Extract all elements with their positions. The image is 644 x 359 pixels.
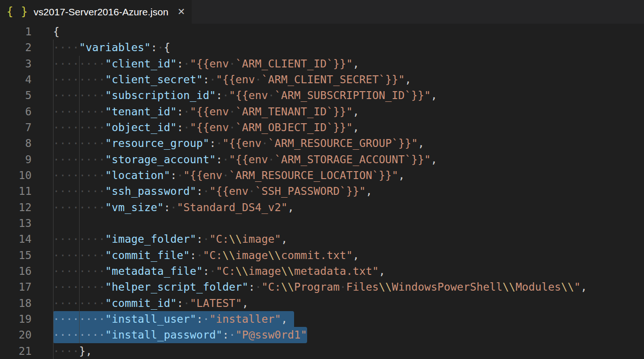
tab-close-icon[interactable]: ✕ xyxy=(177,0,185,24)
line-number[interactable]: 15 xyxy=(0,247,32,263)
tab-title: vs2017-Server2016-Azure.json xyxy=(34,0,172,24)
line-number[interactable]: 1 xyxy=(0,24,32,40)
line-number[interactable]: 13 xyxy=(0,215,32,231)
token: \\ xyxy=(229,233,242,245)
token: `ARM_OBJECT_ID`}}" xyxy=(235,121,353,133)
editor-tab[interactable]: { } vs2017-Server2016-Azure.json ✕ xyxy=(0,0,192,24)
code-line: 5········"subscription_id":·"{{env·`ARM_… xyxy=(0,87,644,103)
code-text: ········"image_folder":·"C:\\image", xyxy=(32,231,288,247)
code-text: ········"helper_script_folder":·"C:\\Pro… xyxy=(32,279,587,295)
whitespace-dots: · xyxy=(183,121,190,133)
token: `SSH_PASSWORD`}}" xyxy=(255,185,366,197)
line-number[interactable]: 3 xyxy=(0,56,32,72)
whitespace-dots: · xyxy=(177,169,183,181)
token: : xyxy=(190,249,196,261)
token: , xyxy=(398,169,405,181)
code-line: 19········"install_user":·"installer", xyxy=(0,311,644,327)
token: \\ xyxy=(379,281,392,293)
token: : xyxy=(151,41,157,53)
line-number[interactable]: 4 xyxy=(0,72,32,87)
code-text: ········"ssh_password":·"{{env·`SSH_PASS… xyxy=(32,183,372,199)
line-number[interactable]: 12 xyxy=(0,199,32,215)
line-number[interactable]: 14 xyxy=(0,231,32,247)
line-number[interactable]: 20 xyxy=(0,327,32,343)
code-text: { xyxy=(32,24,60,40)
token: "resource_group" xyxy=(105,137,209,149)
code-line: 9········"storage_account":·"{{env·`ARM_… xyxy=(0,152,644,167)
token: , xyxy=(581,281,587,293)
token: "{{env xyxy=(229,89,268,101)
token: "C: xyxy=(216,265,235,277)
token: : xyxy=(203,73,209,86)
token: "C: xyxy=(203,249,222,261)
token: , xyxy=(281,313,288,325)
line-number[interactable]: 7 xyxy=(0,120,32,135)
code-line: 13 xyxy=(0,215,644,231)
code-text: ········"object_id":·"{{env·`ARM_OBJECT_… xyxy=(32,120,359,135)
code-editor[interactable]: 1{2····"variables":·{3········"client_id… xyxy=(0,24,644,359)
line-number[interactable]: 18 xyxy=(0,295,32,311)
line-number[interactable]: 11 xyxy=(0,183,32,199)
line-number[interactable]: 6 xyxy=(0,104,32,120)
token: : xyxy=(196,313,203,325)
token: , xyxy=(353,58,359,70)
token: \\ xyxy=(235,265,248,277)
code-line: 10········"location":·"{{env·`ARM_RESOUR… xyxy=(0,167,644,183)
whitespace-dots: ········ xyxy=(53,58,105,70)
whitespace-dots: · xyxy=(203,185,209,197)
token: `ARM_TENANT_ID`}}" xyxy=(235,106,353,118)
code-line: 8········"resource_group":·"{{env·`ARM_R… xyxy=(0,135,644,151)
line-number[interactable]: 17 xyxy=(0,279,32,295)
token: , xyxy=(431,89,437,101)
code-text: ····"variables":·{ xyxy=(32,40,170,55)
code-line: 6········"tenant_id":·"{{env·`ARM_TENANT… xyxy=(0,104,644,120)
token: \\ xyxy=(281,265,294,277)
whitespace-dots: ········ xyxy=(53,265,105,277)
token: : xyxy=(196,185,203,197)
whitespace-dots: ········ xyxy=(53,233,105,245)
line-number[interactable]: 10 xyxy=(0,167,32,183)
line-number[interactable]: 8 xyxy=(0,135,32,151)
token: "commit_file" xyxy=(105,249,190,261)
whitespace-dots: · xyxy=(183,58,190,70)
code-line: 7········"object_id":·"{{env·`ARM_OBJECT… xyxy=(0,120,644,135)
code-text: ········"install_user":·"installer", xyxy=(32,311,288,327)
token: `ARM_CLIENT_SECRET`}}" xyxy=(262,73,405,86)
whitespace-dots: · xyxy=(229,58,235,70)
whitespace-dots: · xyxy=(170,201,177,213)
code-line: 21····}, xyxy=(0,343,644,359)
whitespace-dots: · xyxy=(268,153,275,166)
whitespace-dots: · xyxy=(262,137,268,149)
line-number[interactable]: 5 xyxy=(0,87,32,103)
code-text: ········"install_password":·"P@ssw0rd1" xyxy=(32,327,307,343)
line-number[interactable]: 9 xyxy=(0,152,32,167)
token: : xyxy=(248,281,255,293)
code-line: 3········"client_id":·"{{env·`ARM_CLIENT… xyxy=(0,56,644,72)
token: `ARM_SUBSCRIPTION_ID`}}" xyxy=(275,89,431,101)
token: `ARM_RESOURCE_GROUP`}}" xyxy=(268,137,418,149)
line-number[interactable]: 2 xyxy=(0,40,32,55)
whitespace-dots: ········ xyxy=(53,313,105,325)
tab-bar: { } vs2017-Server2016-Azure.json ✕ xyxy=(0,0,644,24)
token: , xyxy=(379,265,385,277)
token: \\ xyxy=(561,281,574,293)
line-number[interactable]: 16 xyxy=(0,263,32,279)
token: "storage_account" xyxy=(105,153,216,166)
token: "commit_id" xyxy=(105,297,177,309)
line-number[interactable]: 21 xyxy=(0,343,32,359)
line-number[interactable]: 19 xyxy=(0,311,32,327)
whitespace-dots: ········ xyxy=(53,169,105,181)
token: "Standard_DS4_v2" xyxy=(177,201,288,213)
token: , xyxy=(288,201,294,213)
code-line: 4········"client_secret":·"{{env·`ARM_CL… xyxy=(0,72,644,87)
token: "{{env xyxy=(190,58,229,70)
token: "C: xyxy=(209,233,229,245)
whitespace-dots: ········ xyxy=(53,297,105,309)
code-line: 14········"image_folder":·"C:\\image", xyxy=(0,231,644,247)
token: , xyxy=(353,249,359,261)
code-line: 1{ xyxy=(0,24,644,40)
code-text: ········"subscription_id":·"{{env·`ARM_S… xyxy=(32,87,437,103)
whitespace-dots: · xyxy=(183,297,190,309)
code-text: ········"location":·"{{env·`ARM_RESOURCE… xyxy=(32,167,405,183)
whitespace-dots: · xyxy=(222,89,229,101)
